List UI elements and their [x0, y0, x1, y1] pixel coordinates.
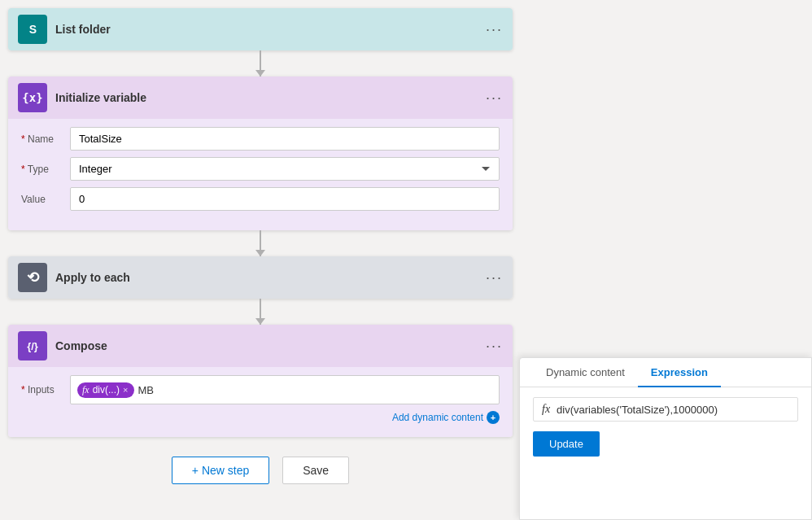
value-label: Value [21, 194, 70, 205]
type-select[interactable]: Integer Float String Boolean Array Objec… [70, 157, 500, 181]
sharepoint-icon-label: S [29, 23, 36, 36]
compose-body: Inputs fx div(...) × MB Add dynamic cont… [8, 367, 513, 437]
list-folder-card: S List folder ··· [8, 8, 513, 50]
bottom-actions: + New step Save [172, 457, 349, 484]
tab-dynamic-content[interactable]: Dynamic content [533, 358, 638, 387]
compose-card: {/} Compose ··· Inputs fx div(...) × [8, 325, 513, 437]
expression-panel: Dynamic content Expression fx div(variab… [519, 357, 812, 520]
apply-each-title: Apply to each [55, 271, 486, 284]
add-dynamic-label: Add dynamic content [392, 412, 483, 423]
new-step-button[interactable]: + New step [172, 457, 269, 484]
name-field-row: Name [21, 127, 500, 151]
list-folder-icon: S [18, 15, 47, 44]
flow-canvas: S List folder ··· {x} Initialize variabl… [0, 0, 521, 520]
list-folder-title: List folder [55, 23, 486, 36]
connector-3 [260, 299, 261, 325]
compose-header[interactable]: {/} Compose ··· [8, 325, 513, 367]
type-label: Type [21, 164, 70, 175]
apply-icon-label: ⟲ [27, 269, 39, 286]
panel-tabs: Dynamic content Expression [520, 358, 811, 387]
name-input[interactable] [70, 127, 500, 151]
list-folder-header[interactable]: S List folder ··· [8, 8, 513, 50]
token-fx-icon: fx [82, 384, 89, 396]
token-close[interactable]: × [123, 385, 128, 395]
compose-wrapper: {/} Compose ··· Inputs fx div(...) × [16, 325, 504, 437]
apply-each-wrapper: ⟲ Apply to each ··· [16, 256, 504, 299]
add-dynamic-plus-icon: + [487, 411, 500, 424]
name-label: Name [21, 133, 70, 145]
apply-each-more[interactable]: ··· [486, 270, 503, 285]
value-field-row: Value [21, 187, 500, 211]
init-var-icon: {x} [18, 83, 47, 112]
inputs-label: Inputs [21, 384, 70, 395]
connector-1 [260, 50, 261, 76]
inputs-container[interactable]: fx div(...) × MB [70, 375, 500, 404]
compose-icon: {/} [18, 331, 47, 361]
init-var-title: Initialize variable [55, 91, 486, 104]
list-folder-more[interactable]: ··· [486, 22, 503, 37]
expression-input-row: fx div(variables('TotalSize'),1000000) [533, 397, 798, 422]
token-suffix: MB [138, 384, 154, 396]
panel-fx-icon: fx [542, 403, 550, 416]
inputs-field-row: Inputs fx div(...) × MB [21, 375, 500, 404]
init-var-body: Name Type Integer Float String Boolean A… [8, 119, 513, 230]
expression-value: div(variables('TotalSize'),1000000) [557, 404, 789, 416]
init-var-more[interactable]: ··· [486, 90, 503, 105]
tab-expression-label: Expression [651, 366, 708, 378]
panel-body: fx div(variables('TotalSize'),1000000) U… [520, 387, 811, 519]
init-var-card: {x} Initialize variable ··· Name Type [8, 76, 513, 230]
apply-each-header[interactable]: ⟲ Apply to each ··· [8, 256, 513, 299]
save-button[interactable]: Save [282, 457, 349, 484]
connector-2 [260, 230, 261, 256]
compose-more[interactable]: ··· [486, 339, 503, 353]
init-var-header[interactable]: {x} Initialize variable ··· [8, 76, 513, 119]
list-folder-wrapper: S List folder ··· [16, 8, 504, 50]
tab-dynamic-label: Dynamic content [546, 366, 625, 378]
add-dynamic-content[interactable]: Add dynamic content + [21, 411, 500, 424]
compose-icon-label: {/} [27, 340, 38, 352]
apply-each-card: ⟲ Apply to each ··· [8, 256, 513, 299]
token-label: div(...) [93, 384, 120, 395]
div-token[interactable]: fx div(...) × [77, 382, 134, 398]
var-icon-label: {x} [22, 91, 42, 104]
apply-each-icon: ⟲ [18, 263, 47, 292]
value-input[interactable] [70, 187, 500, 211]
update-button[interactable]: Update [533, 431, 600, 457]
compose-title: Compose [55, 339, 486, 352]
tab-expression[interactable]: Expression [638, 358, 721, 387]
type-field-row: Type Integer Float String Boolean Array … [21, 157, 500, 181]
init-var-wrapper: {x} Initialize variable ··· Name Type [16, 76, 504, 230]
